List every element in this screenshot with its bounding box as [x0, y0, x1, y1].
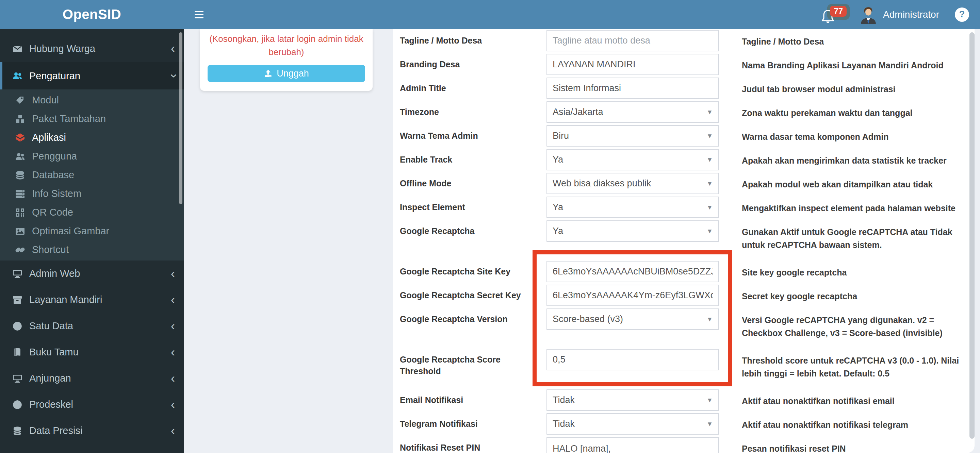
sidebar-item-label: Layanan Mandiri: [29, 294, 102, 305]
chevron-left-icon: [171, 399, 175, 411]
select-value: Tidak: [553, 419, 575, 429]
recaptcha-score-threshold-input[interactable]: [546, 349, 719, 370]
chevron-left-icon: [171, 43, 175, 55]
pengaturan-submenu: Modul Paket Tambahan Aplikasi Pengguna: [0, 89, 184, 261]
top-navbar: OpenSID 77 Ad: [0, 0, 980, 29]
sidebar-item-label: Satu Data: [29, 320, 73, 332]
google-recaptcha-version-select[interactable]: Score-based (v3): [546, 308, 719, 330]
sidebar-item-paket-tambahan[interactable]: Paket Tambahan: [0, 110, 184, 128]
tag-icon: [15, 95, 25, 105]
sidebar-item-label: Buku Tamu: [29, 347, 79, 358]
sidebar-item-optimasi-gambar[interactable]: Optimasi Gambar: [0, 222, 184, 240]
field-description: Apakah modul web akan ditampilkan atau t…: [742, 173, 975, 191]
sidebar-item-layanan-mandiri[interactable]: Layanan Mandiri: [0, 287, 184, 313]
sidebar-item-hubung-warga[interactable]: Hubung Warga: [0, 35, 184, 62]
upload-icon: [264, 69, 272, 78]
sidebar-item-label: Optimasi Gambar: [32, 226, 109, 237]
server-icon: [15, 189, 25, 199]
form-row-google-recaptcha: Google Recaptcha Ya Gunakan Aktif untuk …: [400, 220, 975, 251]
notification-badge: 77: [830, 6, 846, 17]
sidebar-toggle-button[interactable]: [195, 11, 204, 18]
field-description: Mengaktifkan inspect element pada halama…: [742, 197, 975, 215]
warna-tema-admin-select[interactable]: Biru: [546, 125, 719, 146]
field-description: Secret key google recaptcha: [742, 285, 975, 303]
select-value: Asia/Jakarta: [553, 107, 603, 117]
notifications-button[interactable]: 77: [821, 3, 850, 26]
sidebar-scrollbar[interactable]: [179, 32, 182, 204]
field-description: Aktif atau nonaktifkan notifikasi telegr…: [742, 413, 975, 432]
sidebar-item-label: Data Presisi: [29, 425, 82, 436]
sidebar-item-label: Modul: [32, 95, 59, 106]
form-row-recaptcha-site-key: Google Recaptcha Site Key Site key googl…: [400, 261, 975, 282]
globe-icon: [12, 400, 22, 410]
sidebar-item-modul[interactable]: Modul: [0, 91, 184, 110]
sidebar-item-info-sistem[interactable]: Info Sistem: [0, 184, 184, 203]
desktop-icon: [12, 269, 22, 279]
link-icon: [15, 245, 25, 255]
sidebar-item-pengaturan[interactable]: Pengaturan: [0, 62, 184, 89]
sidebar-item-label: Paket Tambahan: [32, 113, 106, 124]
form-row-branding-desa: Branding Desa Nama Branding Aplikasi Lay…: [400, 54, 975, 75]
telegram-notifikasi-select[interactable]: Tidak: [546, 413, 719, 435]
form-row-inspect-element: Inspect Element Ya Mengaktifkan inspect …: [400, 197, 975, 218]
sidebar-item-database[interactable]: Database: [0, 165, 184, 184]
google-recaptcha-select[interactable]: Ya: [546, 220, 719, 242]
field-description: Nama Branding Aplikasi Layanan Mandiri A…: [742, 54, 975, 72]
sidebar-item-label: Anjungan: [29, 373, 71, 384]
field-label: Timezone: [400, 101, 546, 118]
help-button[interactable]: ?: [955, 8, 969, 22]
admin-title-input[interactable]: [546, 78, 719, 99]
chevron-left-icon: [171, 346, 175, 358]
upload-button[interactable]: Unggah: [208, 65, 365, 82]
select-value: Biru: [553, 130, 569, 141]
recaptcha-key-group: Google Recaptcha Site Key Site key googl…: [400, 261, 975, 389]
inspect-element-select[interactable]: Ya: [546, 197, 719, 218]
sidebar-item-anjungan[interactable]: Anjungan: [0, 365, 184, 391]
desktop-icon: [12, 374, 22, 384]
field-description: Gunakan Aktif untuk Google reCAPTCHA ata…: [742, 220, 975, 251]
sidebar-item-pengguna[interactable]: Pengguna: [0, 147, 184, 165]
enable-track-select[interactable]: Ya: [546, 149, 719, 170]
sidebar-item-admin-web[interactable]: Admin Web: [0, 261, 184, 287]
sidebar-item-label: Pengaturan: [29, 70, 80, 82]
sidebar-item-prodeskel[interactable]: Prodeskel: [0, 391, 184, 418]
user-name[interactable]: Administrator: [883, 9, 939, 20]
field-label: Branding Desa: [400, 54, 546, 70]
page-scrollbar[interactable]: [969, 32, 975, 439]
sidebar-item-shortcut[interactable]: Shortcut: [0, 240, 184, 259]
form-row-recaptcha-version: Google Recaptcha Version Score-based (v3…: [400, 308, 975, 339]
field-label: Admin Title: [400, 78, 546, 94]
form-row-email-notifikasi: Email Notifikasi Tidak Aktif atau nonakt…: [400, 389, 975, 411]
form-row-recaptcha-secret-key: Google Recaptcha Secret Key Secret key g…: [400, 285, 975, 306]
sidebar-item-satu-data[interactable]: Satu Data: [0, 313, 184, 339]
avatar[interactable]: [859, 5, 878, 24]
database-icon: [15, 170, 25, 180]
sidebar-item-data-presisi[interactable]: Data Presisi: [0, 418, 184, 444]
sidebar-item-label: Hubung Warga: [29, 43, 95, 54]
email-notifikasi-select[interactable]: Tidak: [546, 389, 719, 411]
form-row-notifikasi-reset-pin: Notifikasi Reset PIN HALO [nama], BERIKU…: [400, 437, 975, 453]
chevron-left-icon: [171, 372, 175, 385]
recaptcha-secret-key-input[interactable]: [546, 285, 719, 306]
form-row-enable-track: Enable Track Ya Apakah akan mengirimkan …: [400, 149, 975, 170]
form-row-tagline: Tagline / Motto Desa Tagline / Motto Des…: [400, 30, 975, 51]
field-label: Google Recaptcha Score Threshold: [400, 349, 546, 377]
timezone-select[interactable]: Asia/Jakarta: [546, 101, 719, 123]
notifikasi-reset-pin-textarea[interactable]: HALO [nama], BERIKUT ADALAH KODE PIN YAN…: [546, 437, 719, 453]
sidebar-item-buku-tamu[interactable]: Buku Tamu: [0, 339, 184, 365]
branding-desa-input[interactable]: [546, 54, 719, 75]
field-label: Offline Mode: [400, 173, 546, 189]
globe-icon: [12, 321, 22, 331]
settings-form-card: Tagline / Motto Desa Tagline / Motto Des…: [393, 29, 975, 453]
offline-mode-select[interactable]: Web bisa diakses publik: [546, 173, 719, 194]
form-row-timezone: Timezone Asia/Jakarta Zona waktu perekam…: [400, 101, 975, 123]
sidebar: Hubung Warga Pengaturan Modul Paket Tamb: [0, 29, 184, 453]
opensid-logo[interactable]: OpenSID: [0, 0, 184, 29]
sidebar-item-qr-code[interactable]: QR Code: [0, 203, 184, 222]
tagline-input[interactable]: [546, 30, 719, 51]
recaptcha-site-key-input[interactable]: [546, 261, 719, 282]
sidebar-item-aplikasi[interactable]: Aplikasi: [0, 128, 184, 147]
form-row-warna-tema: Warna Tema Admin Biru Warna dasar tema k…: [400, 125, 975, 146]
upload-button-label: Unggah: [277, 68, 309, 79]
chevron-left-icon: [171, 268, 175, 280]
